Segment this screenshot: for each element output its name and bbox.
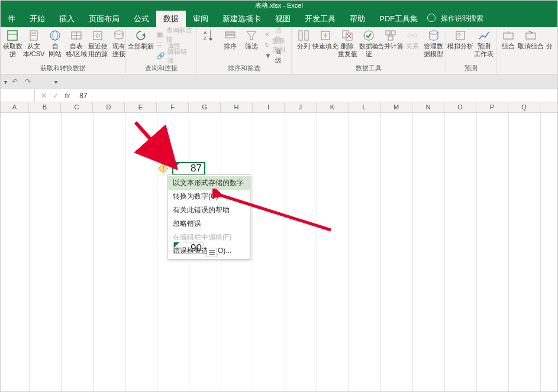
svg-point-12: [115, 31, 123, 34]
group-label: 获取和转换数据: [3, 63, 123, 74]
ungroup-button[interactable]: 取消组合: [520, 28, 542, 50]
col-header[interactable]: M: [380, 102, 412, 112]
svg-rect-10: [93, 31, 102, 40]
from-web-button[interactable]: 自 网站: [46, 28, 64, 58]
tab-pdf[interactable]: PDF工具集: [372, 11, 425, 27]
fx-icon[interactable]: fx: [64, 92, 70, 100]
cell[interactable]: 90: [173, 242, 204, 254]
col-header[interactable]: E: [125, 102, 157, 112]
tab-formulas[interactable]: 公式: [127, 11, 156, 27]
col-header[interactable]: B: [29, 102, 61, 112]
paste-options-icon: [209, 250, 215, 255]
advanced-icon: ▼: [265, 52, 273, 60]
tab-review[interactable]: 审阅: [186, 11, 215, 27]
queries-icon: ▦: [157, 31, 164, 39]
remove-duplicates-button[interactable]: 删除 重复值: [338, 28, 357, 58]
advanced-filter-mini[interactable]: ▼高级: [263, 51, 289, 61]
refresh-all-button[interactable]: 全部刷新: [128, 28, 153, 50]
existconn-icon: [113, 30, 125, 41]
svg-text:Z: Z: [204, 35, 207, 41]
existing-connections-button[interactable]: 现有 连接: [109, 28, 128, 58]
selected-cell[interactable]: 87: [172, 162, 205, 175]
forecast-sheet-button[interactable]: 预测 工作表: [475, 28, 494, 58]
col-header[interactable]: G: [189, 102, 221, 112]
ctx-item-ignore[interactable]: 忽略错误: [168, 217, 250, 231]
col-header[interactable]: H: [221, 102, 253, 112]
filter-button[interactable]: 筛选: [242, 28, 261, 50]
data-validation-button[interactable]: 数据验 证: [359, 28, 378, 58]
svg-point-5: [50, 31, 60, 40]
col-header[interactable]: A: [1, 102, 29, 112]
col-header[interactable]: K: [317, 102, 349, 112]
formula-value[interactable]: 87: [76, 92, 557, 100]
col-header[interactable]: P: [476, 102, 508, 112]
removedup-icon: [341, 30, 353, 41]
ctx-item-convert-to-number[interactable]: 转换为数字(C): [168, 190, 250, 203]
cell-value: 87: [173, 163, 203, 174]
queries-connections-mini[interactable]: ▦查询和连接: [156, 30, 195, 40]
forecast-icon: [478, 30, 490, 41]
from-table-range-button[interactable]: 自表 格/区域: [67, 28, 86, 58]
tab-newtab[interactable]: 新建选项卡: [215, 11, 268, 27]
tab-help[interactable]: 帮助: [343, 11, 372, 27]
tab-pagelayout[interactable]: 页面布局: [82, 11, 127, 27]
col-header[interactable]: C: [61, 102, 93, 112]
flashfill-icon: [320, 30, 331, 41]
cells-area[interactable]: 87 ! 以文本形式存储的数字 转换为数字(C) 有关此错误的帮助 忽略错误 在…: [1, 113, 557, 392]
confirm-formula-icon[interactable]: ✓: [53, 92, 59, 100]
tab-home[interactable]: 开始: [22, 11, 52, 27]
qat-dropdown2[interactable]: ▾: [54, 79, 57, 85]
get-data-button[interactable]: 获取数 据: [3, 28, 22, 58]
tab-view[interactable]: 视图: [268, 11, 298, 27]
group-button[interactable]: 组合: [499, 28, 518, 50]
qat-dropdown[interactable]: ▾: [4, 79, 7, 85]
svg-rect-31: [391, 31, 395, 35]
svg-rect-0: [8, 31, 17, 40]
col-header[interactable]: J: [285, 102, 317, 112]
sort-az-button[interactable]: AZ↓↑: [199, 28, 218, 41]
tab-developer[interactable]: 开发工具: [298, 11, 343, 27]
cell-value: 90: [191, 242, 202, 254]
what-if-button[interactable]: ?模拟分析: [449, 28, 472, 50]
error-warning-button[interactable]: !: [158, 163, 169, 174]
group-label: [499, 65, 555, 74]
sortaz-icon: AZ: [203, 30, 215, 41]
col-header[interactable]: L: [349, 102, 380, 112]
whatif-icon: ?: [454, 30, 466, 41]
text-to-columns-button[interactable]: 分列: [294, 28, 313, 50]
cancel-formula-icon[interactable]: ✕: [41, 92, 47, 100]
col-header[interactable]: F: [157, 102, 189, 112]
tab-data[interactable]: 数据: [156, 11, 186, 27]
ribbon-tabstrip: 件 开始 插入 页面布局 公式 数据 审阅 新建选项卡 视图 开发工具 帮助 P…: [1, 11, 557, 27]
group-icon: [502, 30, 514, 41]
col-header[interactable]: I: [253, 102, 285, 112]
ctx-item-stored-as-text[interactable]: 以文本形式存储的数字: [168, 176, 250, 190]
excel-window: 表格.xlsx - Excel 件 开始 插入 页面布局 公式 数据 审阅 新建…: [0, 0, 558, 392]
col-header[interactable]: O: [444, 102, 476, 112]
sort-button[interactable]: 排序: [221, 28, 240, 50]
tab-file[interactable]: 件: [1, 11, 22, 27]
redo-icon[interactable]: ↷: [25, 77, 33, 86]
from-textcsv-button[interactable]: 从文 本/CSV: [24, 28, 43, 58]
flash-fill-button[interactable]: 快速填充: [315, 28, 336, 50]
tab-insert[interactable]: 插入: [52, 11, 82, 27]
col-header[interactable]: D: [93, 102, 125, 112]
paste-options-button[interactable]: [207, 248, 217, 257]
edit-links-mini[interactable]: 🔗编辑链接: [156, 51, 195, 61]
relationships-icon: [407, 30, 418, 41]
consolidate-button[interactable]: 合并计算: [380, 28, 401, 50]
manage-data-model-button[interactable]: 管理数 据模型: [424, 28, 443, 58]
worksheet-grid[interactable]: A B C D E F G H I J K L M N O P Q: [1, 102, 557, 392]
subtotal-button[interactable]: 分: [544, 28, 555, 50]
svg-rect-39: [504, 33, 513, 39]
svg-marker-13: [142, 33, 145, 37]
name-box[interactable]: [1, 89, 35, 102]
tell-me-search[interactable]: 操作说明搜索: [425, 10, 488, 27]
undo-icon[interactable]: ↶: [12, 77, 20, 86]
recent-sources-button[interactable]: 最近使 用的源: [88, 28, 107, 58]
recent-icon: [92, 30, 104, 41]
col-header[interactable]: Q: [508, 102, 540, 112]
ctx-item-help[interactable]: 有关此错误的帮助: [168, 203, 250, 217]
svg-line-46: [136, 122, 173, 165]
col-header[interactable]: N: [412, 102, 444, 112]
